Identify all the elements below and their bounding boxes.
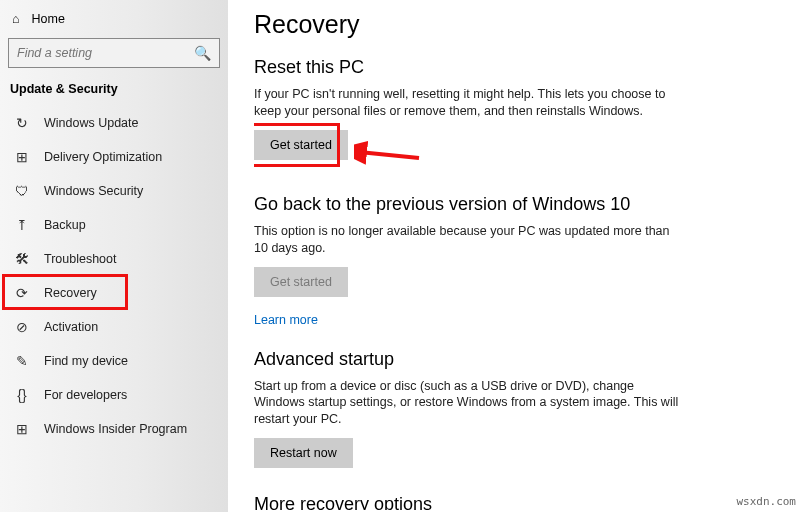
more-heading: More recovery options (254, 494, 734, 510)
sidebar-item-for-developers[interactable]: {} For developers (0, 378, 228, 412)
home-label: Home (32, 12, 65, 26)
watermark: wsxdn.com (736, 495, 796, 508)
sidebar-item-windows-insider[interactable]: ⊞ Windows Insider Program (0, 412, 228, 446)
find-icon: ✎ (14, 353, 30, 369)
sidebar-item-label: Recovery (44, 286, 97, 300)
search-input[interactable] (17, 46, 194, 60)
search-icon: 🔍 (194, 45, 211, 61)
sidebar-item-find-my-device[interactable]: ✎ Find my device (0, 344, 228, 378)
shield-icon: 🛡 (14, 183, 30, 199)
page-title: Recovery (254, 10, 734, 39)
recovery-icon: ⟳ (14, 285, 30, 301)
annotation-arrow-icon (354, 140, 424, 170)
restart-now-button[interactable]: Restart now (254, 438, 353, 468)
goback-get-started-button: Get started (254, 267, 348, 297)
insider-icon: ⊞ (14, 421, 30, 437)
delivery-icon: ⊞ (14, 149, 30, 165)
search-box[interactable]: 🔍 (8, 38, 220, 68)
sidebar-item-label: Find my device (44, 354, 128, 368)
learn-more-link[interactable]: Learn more (254, 313, 318, 327)
advanced-heading: Advanced startup (254, 349, 734, 370)
sidebar-item-windows-update[interactable]: ↻ Windows Update (0, 106, 228, 140)
sidebar-item-activation[interactable]: ⊘ Activation (0, 310, 228, 344)
wrench-icon: 🛠 (14, 251, 30, 267)
backup-icon: ⤒ (14, 217, 30, 233)
sidebar-item-delivery-optimization[interactable]: ⊞ Delivery Optimization (0, 140, 228, 174)
home-button[interactable]: ⌂ Home (0, 6, 228, 34)
sidebar-item-label: Activation (44, 320, 98, 334)
sidebar-item-label: Windows Insider Program (44, 422, 187, 436)
reset-body: If your PC isn't running well, resetting… (254, 86, 684, 120)
sidebar-item-backup[interactable]: ⤒ Backup (0, 208, 228, 242)
home-icon: ⌂ (12, 12, 20, 26)
sidebar-item-recovery[interactable]: ⟳ Recovery (0, 276, 228, 310)
dev-icon: {} (14, 387, 30, 403)
sidebar-item-label: Delivery Optimization (44, 150, 162, 164)
key-icon: ⊘ (14, 319, 30, 335)
sidebar-item-label: Windows Security (44, 184, 143, 198)
sidebar-item-label: For developers (44, 388, 127, 402)
goback-heading: Go back to the previous version of Windo… (254, 194, 734, 215)
group-header: Update & Security (0, 78, 228, 106)
reset-get-started-button[interactable]: Get started (254, 130, 348, 160)
advanced-body: Start up from a device or disc (such as … (254, 378, 684, 429)
sync-icon: ↻ (14, 115, 30, 131)
sidebar-item-windows-security[interactable]: 🛡 Windows Security (0, 174, 228, 208)
sidebar: ⌂ Home 🔍 Update & Security ↻ Windows Upd… (0, 0, 228, 512)
svg-line-0 (359, 152, 419, 158)
main-content: Recovery Reset this PC If your PC isn't … (254, 10, 734, 510)
sidebar-item-troubleshoot[interactable]: 🛠 Troubleshoot (0, 242, 228, 276)
sidebar-item-label: Troubleshoot (44, 252, 117, 266)
reset-heading: Reset this PC (254, 57, 734, 78)
sidebar-item-label: Backup (44, 218, 86, 232)
sidebar-item-label: Windows Update (44, 116, 139, 130)
goback-body: This option is no longer available becau… (254, 223, 684, 257)
